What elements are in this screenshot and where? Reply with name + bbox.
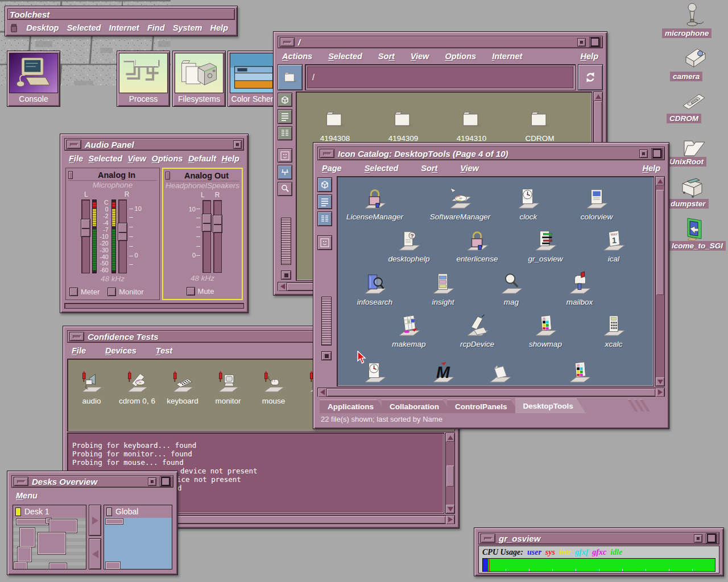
path-input[interactable]: / (307, 66, 573, 88)
menu-item[interactable]: Options (152, 154, 183, 163)
menu-item[interactable]: View (460, 164, 479, 173)
folder-item[interactable]: 4194308 (304, 108, 366, 143)
catalog-icon-item[interactable]: SoftwareManager (426, 186, 494, 221)
menu-item[interactable]: Internet (492, 52, 522, 61)
maximize-button[interactable] (651, 148, 663, 159)
icon-view-button[interactable] (278, 93, 292, 107)
catalog-icon-item[interactable]: insight (409, 271, 477, 306)
horizontal-scrollbar[interactable] (317, 388, 665, 397)
detail-view-button[interactable] (317, 211, 332, 226)
menu-item[interactable]: Page (322, 164, 342, 173)
maximize-button[interactable] (160, 476, 171, 487)
scroll-left-arrow[interactable] (318, 388, 326, 397)
menu-item[interactable]: View (128, 154, 147, 163)
menu-item[interactable]: File (69, 154, 83, 163)
catalog-icon-item[interactable]: colorview (562, 186, 631, 221)
face-view-button[interactable] (317, 235, 332, 250)
checkbox[interactable] (187, 287, 195, 296)
catalog-tab[interactable]: Applications (320, 400, 386, 413)
file-manager-titlebar[interactable]: / (278, 36, 603, 48)
search-button[interactable] (278, 182, 292, 196)
catalog-icon-item[interactable]: rcpDevice (443, 313, 511, 348)
global-minimap[interactable] (104, 518, 172, 569)
toolchest-menu-item[interactable]: System (173, 23, 202, 32)
analog-out-right-slider[interactable] (213, 200, 222, 273)
folder-item[interactable]: 4194309 (372, 108, 435, 143)
catalog-tab[interactable]: ControlPanels (447, 400, 520, 413)
scroll-up-arrow[interactable] (446, 433, 454, 442)
toolchest-menu-item[interactable]: Selected (67, 23, 101, 32)
desk1-panel[interactable]: Desk 1 (13, 505, 86, 569)
menu-item[interactable]: Help (222, 154, 239, 163)
home-scroll-button[interactable] (321, 351, 332, 360)
toolchest-menu-item[interactable]: Internet (109, 23, 139, 32)
catalog-icon-item[interactable]: showmap (511, 313, 580, 348)
desk1-minimap[interactable] (13, 518, 86, 569)
maximize-button[interactable] (706, 533, 717, 543)
device-item[interactable]: monitor (206, 371, 250, 405)
catalog-icon-item[interactable]: ical (580, 228, 648, 263)
scroll-left-arrow[interactable] (278, 282, 287, 291)
scroll-right-arrow[interactable] (656, 388, 664, 397)
folder-item[interactable]: CDROM (508, 108, 571, 143)
tree-view-button[interactable] (278, 165, 292, 179)
gr-osview-titlebar[interactable]: gr_osview (478, 532, 719, 544)
launcher-console[interactable]: Console (7, 51, 60, 107)
global-led[interactable] (106, 508, 112, 516)
catalog-tab[interactable]: Collaboration (382, 400, 452, 413)
recycle-button[interactable] (578, 64, 603, 90)
catalog-tab[interactable]: DesktopTools (515, 398, 586, 413)
catalog-icon-item[interactable]: mag (477, 271, 545, 306)
toolchest-titlebar[interactable]: Toolchest (7, 9, 235, 20)
launcher-filesystems[interactable]: Filesystems (172, 51, 226, 107)
face-view-button[interactable] (278, 148, 292, 163)
catalog-icon-item[interactable]: gr_osview (511, 228, 580, 263)
section-led[interactable] (166, 172, 170, 180)
catalog-icon-item[interactable]: clock (494, 186, 562, 221)
menu-item[interactable]: Sort (421, 164, 437, 173)
catalog-icon-item[interactable]: xcalc (580, 313, 648, 348)
window-menu-button[interactable] (481, 534, 495, 543)
minimize-button[interactable] (233, 140, 242, 149)
terminal-vertical-scrollbar[interactable] (445, 433, 455, 514)
icon-catalog-titlebar[interactable]: Icon Catalog: DesktopTools (Page 4 of 10… (317, 147, 665, 160)
launcher-process[interactable]: Process (117, 51, 170, 107)
window-menu-button[interactable] (67, 140, 81, 149)
current-folder-button[interactable] (278, 64, 303, 90)
scroll-right-arrow[interactable] (446, 516, 454, 524)
menu-item[interactable]: Selected (88, 154, 122, 163)
device-item[interactable]: mouse (252, 371, 295, 405)
catalog-icon-item[interactable]: makemap (375, 313, 443, 348)
minimize-button[interactable] (694, 534, 702, 543)
menu-item[interactable]: File (72, 346, 86, 355)
minimize-button[interactable] (148, 477, 156, 486)
home-scroll-button[interactable] (281, 271, 291, 280)
section-led[interactable] (68, 171, 73, 179)
icon-catalog-content[interactable]: LicenseManager SoftwareManager clock col… (337, 176, 654, 386)
window-menu-button[interactable] (69, 332, 84, 341)
toolchest-menu-item[interactable]: Help (210, 23, 228, 32)
scroll-up-arrow[interactable] (656, 177, 664, 185)
toolchest-menu-item[interactable]: Desktop (26, 23, 59, 32)
catalog-icon-item[interactable] (466, 360, 534, 386)
menu-item[interactable]: View (411, 52, 429, 61)
toolchest-jar-icon[interactable] (10, 23, 18, 33)
menu-item[interactable]: Help (643, 164, 660, 173)
desk1-led[interactable] (15, 508, 21, 516)
catalog-icon-item[interactable]: LicenseManager (341, 186, 409, 221)
maximize-button[interactable] (589, 37, 601, 47)
desks-titlebar[interactable]: Desks Overview (11, 475, 173, 488)
device-item[interactable]: cdrom 0, 6 (115, 371, 159, 405)
global-panel[interactable]: Global (104, 505, 172, 569)
thumbwheel-scrollbar[interactable] (281, 218, 291, 265)
menu-item[interactable]: Options (445, 52, 476, 61)
catalog-icon-item[interactable]: infosearch (341, 271, 409, 306)
menu-item[interactable]: Actions (282, 52, 312, 61)
scroll-up-arrow[interactable] (594, 92, 602, 101)
menu-item[interactable]: Devices (105, 346, 136, 355)
list-view-button[interactable] (278, 109, 292, 123)
detail-view-button[interactable] (278, 126, 292, 140)
menu-item[interactable]: Menu (16, 491, 38, 500)
catalog-icon-item[interactable] (341, 360, 409, 386)
checkbox[interactable] (69, 288, 78, 296)
